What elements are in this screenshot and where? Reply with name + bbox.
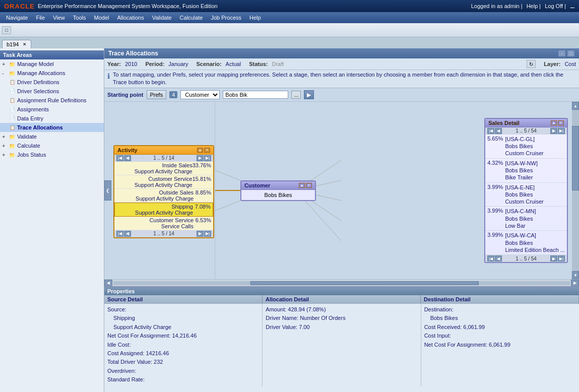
sales-row-2[interactable]: 3.99% [USA-E-NE]Bobs BikesCustom Cruiser [485, 183, 567, 207]
activity-next-btn-b[interactable]: ▶ [197, 231, 204, 237]
activity-row-0[interactable]: Inside SalesSupport Activity Charge 33.7… [114, 162, 213, 175]
h-scroll-thumb[interactable] [250, 281, 479, 285]
activity-label-2: Outside SalesSupport Activity Charge [116, 189, 194, 202]
activity-box-ctrl2[interactable]: ✕ [204, 148, 210, 153]
sales-first-btn[interactable]: |◀ [487, 128, 494, 134]
activity-last-btn[interactable]: ▶| [204, 155, 211, 161]
menu-file[interactable]: File [32, 14, 49, 22]
task-areas-header: Task Areas [0, 50, 104, 59]
sidebar-item-driver-definitions[interactable]: Driver Definitions [0, 78, 104, 87]
trace-button[interactable]: ▶ [304, 90, 314, 99]
logout-link[interactable]: Log Off [545, 3, 566, 10]
v-scroll-track[interactable] [572, 110, 579, 271]
sales-ctrl1[interactable]: ▲ [551, 120, 557, 125]
sidebar-item-manage-model[interactable]: + Manage Model [0, 59, 104, 69]
refresh-btn[interactable]: ↻ [527, 60, 536, 68]
stage-dropdown[interactable]: Customer [180, 90, 220, 99]
tab-b194[interactable]: b194 ✕ [2, 40, 31, 48]
dots-button[interactable]: ... [291, 91, 301, 99]
sales-row-1[interactable]: 4.32% [USA-W-NW]Bobs BikesBike Trailer [485, 159, 567, 183]
sidebar-label-assignment-rule-definitions: Assignment Rule Definitions [17, 97, 87, 103]
activity-first-btn-b[interactable]: |◀ [116, 231, 123, 237]
menu-allocations[interactable]: Allocations [113, 14, 148, 22]
activity-prev-btn-b[interactable]: ◀ [124, 231, 131, 237]
sales-info-2: [USA-E-NE]Bobs BikesCustom Cruiser [505, 184, 543, 206]
menu-tools[interactable]: Tools [69, 14, 90, 22]
activity-box-ctrl1[interactable]: ▲ [197, 148, 203, 153]
activity-row-4[interactable]: Customer ServiceService Calls 6.53% [114, 217, 213, 230]
vertical-scrollbar[interactable]: ▲ ▼ [572, 102, 579, 279]
menu-jobprocess[interactable]: Job Process [207, 14, 245, 22]
activity-row-2[interactable]: Outside SalesSupport Activity Charge 8.8… [114, 189, 213, 203]
menu-view[interactable]: View [49, 14, 69, 22]
minimize-content-btn[interactable]: - [558, 50, 566, 57]
close-window-icon[interactable]: ⚊ [570, 3, 575, 10]
activity-label-4: Customer ServiceService Calls [116, 217, 194, 229]
source-net-cost-row: Net Cost For Assignment: 14,216.46 [107, 332, 259, 340]
sales-box-controls: ▲ ✕ [551, 120, 564, 125]
horizontal-scrollbar[interactable]: ◀ ▶ [104, 279, 579, 286]
activity-last-btn-b[interactable]: ▶| [204, 231, 211, 237]
activity-first-btn[interactable]: |◀ [116, 155, 123, 161]
menu-model[interactable]: Model [90, 14, 113, 22]
activity-row-3[interactable]: ShippingSupport Activity Charge 7.08% [114, 203, 213, 217]
spec-icon [8, 124, 16, 131]
dest-net-cost-row: Net Cost For Assignment: 6,061.99 [424, 341, 576, 349]
dest-cost-received-row: Cost Received: 6,061.99 [424, 323, 576, 331]
sales-prev-btn[interactable]: ◀ [495, 128, 502, 134]
sidebar-item-trace-allocations[interactable]: Trace Allocations [0, 123, 104, 132]
help-link[interactable]: Help [527, 3, 541, 10]
sales-row-3[interactable]: 3.99% [USA-C-MN]Bobs BikesLow Bar [485, 207, 567, 231]
header-right: Logged in as admin Help Log Off ⚊ [471, 3, 575, 10]
sidebar-item-manage-allocations[interactable]: - Manage Allocations [0, 69, 104, 78]
h-scroll-track[interactable] [113, 281, 570, 285]
menu-navigate[interactable]: Navigate [2, 14, 32, 22]
properties-panel: Properties Source Detail Allocation Deta… [104, 286, 579, 392]
toolbar-maximize-btn[interactable]: □ [2, 26, 11, 34]
sales-last-btn[interactable]: ▶| [558, 128, 565, 134]
sidebar-item-data-entry[interactable]: Data Entry [0, 114, 104, 123]
prefs-button[interactable]: Prefs [147, 90, 167, 99]
activity-pct-0: 33.76% [192, 162, 211, 174]
sidebar-item-jobs-status[interactable]: + Jobs Status [0, 150, 104, 159]
v-scroll-up-btn[interactable]: ▲ [572, 102, 579, 110]
menu-calculate[interactable]: Calculate [176, 14, 207, 22]
sales-prev-btn-b[interactable]: ◀ [495, 255, 502, 262]
source-label-row: Source: [107, 306, 259, 313]
sales-last-btn-b[interactable]: ▶| [558, 255, 565, 262]
customer-ctrl2[interactable]: ✕ [306, 183, 312, 188]
menu-help[interactable]: Help [245, 14, 265, 22]
menu-validate[interactable]: Validate [148, 14, 176, 22]
h-scroll-left-btn[interactable]: ◀ [104, 280, 112, 287]
sales-row-0[interactable]: 5.65% [USA-C-GL]Bobs BikesCustom Cruiser [485, 135, 567, 159]
activity-label-1: Customer ServiceSupport Activity Charge [116, 176, 192, 188]
h-scroll-right-btn[interactable]: ▶ [571, 280, 579, 287]
source-shipping-row: Shipping [107, 314, 259, 322]
alloc-driver-value-row: Driver Value: 7.00 [266, 323, 417, 331]
customer-ctrl1[interactable]: ▲ [299, 183, 305, 188]
period-value: January [168, 61, 188, 67]
sidebar-item-validate[interactable]: + Validate [0, 132, 104, 141]
folder-icon [8, 70, 16, 77]
sidebar-item-calculate[interactable]: + Calculate [0, 141, 104, 150]
sidebar-label-manage-model: Manage Model [17, 61, 54, 67]
source-sac-row: Support Activity Charge [107, 323, 259, 331]
sidebar-item-driver-selections[interactable]: Driver Selections [0, 87, 104, 96]
activity-row-1[interactable]: Customer ServiceSupport Activity Charge … [114, 175, 213, 189]
sales-next-btn[interactable]: ▶ [550, 128, 557, 134]
sales-next-btn-b[interactable]: ▶ [550, 255, 557, 262]
maximize-content-btn[interactable]: □ [567, 50, 575, 57]
sidebar-item-assignments[interactable]: Assignments [0, 105, 104, 114]
sidebar-item-assignment-rule-definitions[interactable]: Assignment Rule Definitions [0, 96, 104, 105]
sales-first-btn-b[interactable]: |◀ [487, 255, 494, 262]
v-scroll-thumb[interactable] [572, 126, 579, 190]
activity-prev-btn[interactable]: ◀ [124, 155, 131, 161]
v-scroll-down-btn[interactable]: ▼ [572, 271, 579, 279]
left-nav-button[interactable]: ❮ [104, 180, 111, 201]
activity-next-btn[interactable]: ▶ [197, 155, 204, 161]
sales-ctrl2[interactable]: ✕ [558, 120, 564, 125]
sales-row-4[interactable]: 3.99% [USA-W-CA]Bobs BikesLimited Editio… [485, 231, 567, 255]
sales-box: Sales Detail ▲ ✕ |◀ ◀ 1 .. 5 / 54 [484, 118, 568, 263]
tab-close-icon[interactable]: ✕ [23, 42, 27, 47]
member-input[interactable] [223, 91, 288, 99]
